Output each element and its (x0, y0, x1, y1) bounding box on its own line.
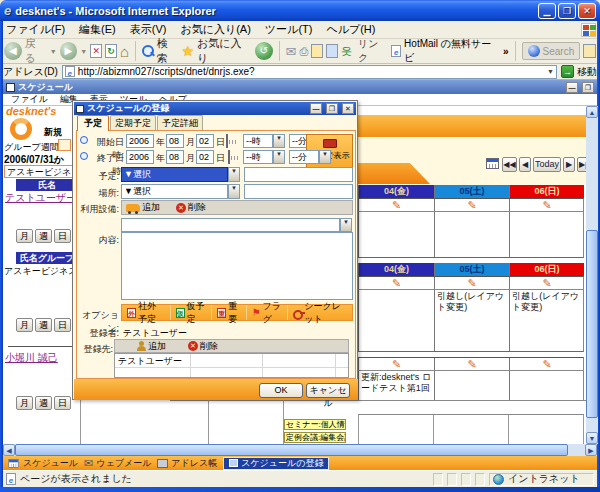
facility-add-button[interactable]: 追加 (126, 201, 160, 214)
day-view-button[interactable]: 日 (54, 229, 71, 243)
home-icon[interactable]: ⌂ (120, 43, 129, 60)
view-mode-tab[interactable] (58, 139, 71, 151)
messenger-icon[interactable]: 웃 (341, 44, 352, 59)
tab-schedule[interactable]: 予定 (77, 115, 109, 131)
nav-prev-week-button[interactable]: ◀◀ (502, 157, 517, 172)
scroll-up-icon[interactable]: ▲ (586, 106, 598, 118)
menu-edit[interactable]: 編集(E) (79, 22, 116, 37)
event-update-loadtest[interactable]: 更新:desknet's ロードテスト第1回 (359, 371, 434, 395)
link-page-icon[interactable]: e (391, 45, 401, 57)
option-flag[interactable]: ⚑ フラグ (246, 305, 287, 320)
vertical-scroll-thumb[interactable] (586, 230, 598, 418)
search-toolbar-box[interactable]: Search (522, 42, 581, 60)
back-label[interactable]: 戻る (25, 36, 47, 66)
add-event-pencil-icon[interactable]: ✎ (435, 277, 509, 289)
add-event-pencil-icon[interactable]: ✎ (435, 358, 509, 370)
favorites-label[interactable]: お気に入り (197, 36, 252, 66)
facility-dropdown-icon[interactable]: ▼ (340, 218, 352, 232)
edit-icon[interactable] (311, 44, 323, 58)
end-minute-select[interactable]: --分 (289, 150, 319, 164)
add-event-pencil-icon[interactable]: ✎ (510, 199, 584, 211)
app-minimize-button[interactable]: — (566, 82, 578, 93)
address-dropdown-icon[interactable]: ▼ (547, 68, 554, 75)
day-view-button[interactable]: 日 (54, 318, 71, 332)
end-day-input[interactable]: 02 (196, 150, 214, 164)
horizontal-scroll-thumb[interactable] (15, 444, 568, 456)
end-year-input[interactable]: 2006 (126, 150, 154, 164)
month-view-button[interactable]: 月 (16, 396, 33, 410)
add-event-pencil-icon[interactable]: ✎ (510, 358, 584, 370)
end-minute-dropdown-icon[interactable]: ▼ (319, 150, 331, 164)
dialog-maximize-button[interactable]: ❐ (326, 103, 338, 114)
subject-input[interactable] (244, 167, 353, 182)
facility-remove-button[interactable]: ✕ 削除 (176, 201, 206, 214)
new-entry-button[interactable]: 新規 (44, 126, 62, 139)
back-icon[interactable]: ◀ (4, 42, 22, 60)
end-calendar-icon[interactable] (228, 150, 230, 164)
taskbar-schedule-tab[interactable]: スケジュール (7, 457, 78, 470)
month-view-button[interactable]: 月 (16, 318, 33, 332)
week-view-button[interactable]: 週 (35, 318, 52, 332)
go-button[interactable]: → 移動 (561, 65, 597, 79)
event-moving-sat[interactable]: 引越し(レイアウト変更) (435, 290, 509, 314)
nav-today-button[interactable]: Today (533, 157, 561, 172)
nav-calendar-icon[interactable] (486, 158, 499, 169)
refresh-icon[interactable]: ↻ (105, 44, 117, 58)
nav-prev-day-button[interactable]: ◀ (519, 157, 531, 172)
stop-icon[interactable]: ✕ (90, 44, 102, 58)
start-month-input[interactable]: 08 (166, 134, 184, 148)
add-event-pencil-icon[interactable]: ✎ (435, 199, 509, 211)
dialog-close-button[interactable]: ✕ (342, 103, 354, 114)
subject-select[interactable]: ▼選択 (121, 167, 228, 182)
ok-button[interactable]: OK (259, 383, 303, 398)
add-event-pencil-icon[interactable]: ✎ (359, 358, 434, 370)
scroll-left-icon[interactable]: ◀ (3, 444, 15, 456)
dialog-titlebar[interactable]: スケジュールの登録 — ❐ ✕ (74, 102, 356, 115)
end-hour-dropdown-icon[interactable]: ▼ (273, 150, 285, 164)
option-secret[interactable]: シークレット (287, 305, 352, 320)
end-hour-select[interactable]: --時 (243, 150, 273, 164)
taskbar-registration-tab[interactable]: スケジュールの登録 (223, 457, 329, 470)
forward-icon[interactable]: ▶ (60, 42, 78, 60)
grid-section2-cells[interactable]: 引越し(レイアウト変更) 引越し(レイアウト変更) (358, 290, 584, 352)
toolbar-extra-icon[interactable] (583, 44, 596, 58)
mail-icon[interactable]: ✉ (286, 44, 297, 59)
menu-view[interactable]: 表示(V) (130, 22, 167, 37)
content-textarea[interactable] (121, 232, 353, 300)
close-button[interactable]: ✕ (578, 3, 596, 19)
menu-tools[interactable]: ツール(T) (265, 22, 313, 37)
taskbar-addressbook-tab[interactable]: アドレス帳 (157, 457, 217, 470)
add-event-pencil-icon[interactable]: ✎ (510, 277, 584, 289)
back-dropdown-icon[interactable]: ▼ (50, 48, 57, 55)
links-chevron-icon[interactable]: » (503, 46, 509, 57)
destination-add-button[interactable]: 追加 (137, 340, 166, 353)
nav-next-day-button[interactable]: ▶ (563, 157, 575, 172)
member-link[interactable]: 小堀川 誠己 (5, 351, 58, 365)
place-select[interactable]: ▼選択 (121, 184, 228, 199)
user-link[interactable]: テストユーザー (5, 191, 76, 205)
place-input[interactable] (244, 184, 353, 199)
minimize-button[interactable]: ▁ (538, 3, 556, 19)
window-titlebar[interactable]: e desknet's - Microsoft Internet Explore… (0, 0, 600, 21)
start-year-input[interactable]: 2006 (126, 134, 154, 148)
subject-dropdown-icon[interactable]: ▼ (228, 167, 240, 182)
end-month-input[interactable]: 08 (166, 150, 184, 164)
event-moving-sun[interactable]: 引越し(レイアウト変更) (510, 290, 584, 314)
group-select-combo[interactable]: アスキービジネ (4, 165, 76, 178)
scroll-right-icon[interactable]: ▶ (585, 444, 597, 456)
menu-file[interactable]: ファイル(F) (6, 22, 65, 37)
facility-combo-input[interactable] (121, 218, 340, 232)
favorites-icon[interactable]: ★ (181, 43, 194, 59)
start-hour-dropdown-icon[interactable]: ▼ (273, 134, 285, 148)
week-view-button[interactable]: 週 (35, 396, 52, 410)
forward-dropdown-icon[interactable]: ▼ (80, 48, 87, 55)
dialog-minimize-button[interactable]: — (310, 103, 322, 114)
address-url[interactable]: http://abizmn027/scripts/dnet/dnrjs.exe? (78, 66, 544, 77)
option-important[interactable]: 重 重要 (211, 305, 246, 320)
app-window-titlebar[interactable]: スケジュール — ❐ (3, 80, 597, 94)
add-event-pencil-icon[interactable]: ✎ (359, 277, 434, 289)
event-seminar[interactable]: セミナー:個人情報 (284, 419, 346, 430)
month-view-button[interactable]: 月 (16, 229, 33, 243)
maximize-button[interactable]: ❐ (558, 3, 576, 19)
search-icon[interactable] (142, 45, 154, 57)
